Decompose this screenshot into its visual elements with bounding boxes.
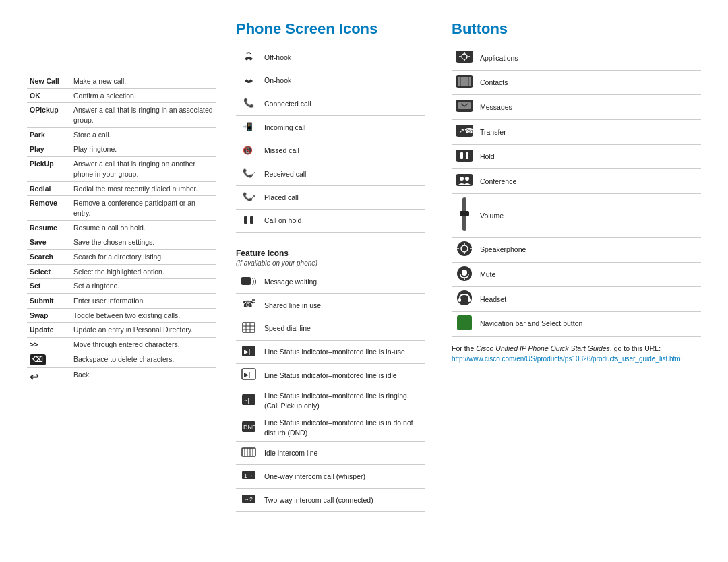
svg-text:☎: ☎ <box>242 299 253 309</box>
table-row: Conference <box>452 169 701 194</box>
icon-cell: 📞 <box>236 92 262 116</box>
message-waiting-icon: )) <box>241 274 257 288</box>
table-row: 1→ One-way intercom call (whisper) <box>236 465 425 489</box>
shared-line-icon: ☎ <box>241 297 256 311</box>
incoming-call-icon: 📲 <box>241 119 256 133</box>
softkey-key: Select <box>27 264 71 279</box>
call-on-hold-label: Call on hold <box>262 209 425 232</box>
table-row: Hold <box>452 144 701 169</box>
table-row: ParkStore a call. <box>27 127 216 142</box>
table-row: SaveSave the chosen settings. <box>27 235 216 250</box>
svg-text:↗: ↗ <box>250 193 255 201</box>
idle-intercom-label: Idle intercom line <box>262 441 425 465</box>
url-link[interactable]: http://www.cisco.com/en/US/products/ps10… <box>452 355 682 363</box>
softkey-desc: Backspace to delete characters. <box>71 352 216 367</box>
softkey-key: Update <box>27 323 71 338</box>
icon-cell: ↗☎ <box>452 120 477 145</box>
svg-rect-9 <box>241 277 251 285</box>
feature-icons-subtitle: (If available on your phone) <box>236 259 425 267</box>
icon-cell: ▶| <box>236 340 262 364</box>
table-row: Call on hold <box>236 209 425 232</box>
softkey-desc: Search for a directory listing. <box>71 249 216 264</box>
table-row: ⌫Backspace to delete characters. <box>27 352 216 367</box>
svg-rect-51 <box>460 152 463 159</box>
icon-cell: ☎ <box>236 294 262 317</box>
softkey-key: OK <box>27 88 71 103</box>
buttons-note: For the Cisco Unified IP Phone Quick Sta… <box>452 344 701 365</box>
hold-label: Hold <box>477 144 701 169</box>
table-row: Applications <box>452 46 701 70</box>
table-row: Headset <box>452 287 701 312</box>
softkey-key: Submit <box>27 294 71 309</box>
volume-label: Volume <box>477 194 701 238</box>
buttons-title: Buttons <box>452 20 701 38</box>
headset-icon <box>455 290 474 305</box>
softkey-desc: Move through entered characters. <box>71 338 216 352</box>
messages-label: Messages <box>477 95 701 120</box>
table-row: ↩Back. <box>27 367 216 387</box>
line-status-dnd-label: Line Status indicator–monitored line is … <box>262 414 425 441</box>
svg-text:📵: 📵 <box>243 145 253 155</box>
table-row: 📵 Missed call <box>236 139 425 162</box>
note-intro: For the <box>452 344 476 352</box>
table-row: PlayPlay ringtone. <box>27 142 216 157</box>
svg-text:↔2: ↔2 <box>243 496 253 503</box>
applications-icon <box>455 49 474 64</box>
incoming-call-label: Incoming call <box>262 116 425 139</box>
svg-rect-57 <box>460 211 469 216</box>
svg-text:1→: 1→ <box>244 472 253 479</box>
softkey-desc: Back. <box>71 367 216 387</box>
page-layout: New CallMake a new call.OKConfirm a sele… <box>27 20 701 512</box>
svg-point-54 <box>460 177 464 181</box>
softkey-key: Park <box>27 127 71 142</box>
received-call-icon: 📞 ↙ <box>241 166 256 179</box>
connected-call-icon: 📞 <box>242 96 255 109</box>
off-hook-label: Off-hook <box>262 46 425 69</box>
mute-icon <box>455 266 474 281</box>
line-status-idle-icon: ▶| <box>241 367 256 381</box>
softkey-desc: Redial the most recently dialed number. <box>71 181 216 196</box>
softkey-desc: Remove a conference participant or an en… <box>71 196 216 220</box>
icon-cell <box>452 287 477 312</box>
table-row: 📞 Connected call <box>236 92 425 116</box>
messages-icon <box>455 98 474 113</box>
svg-text:📲: 📲 <box>243 121 253 131</box>
icon-cell <box>452 262 477 287</box>
svg-rect-43 <box>458 77 471 86</box>
svg-rect-14 <box>243 323 255 332</box>
svg-text:↗☎: ↗☎ <box>458 127 474 135</box>
table-row: New CallMake a new call. <box>27 74 216 88</box>
icon-cell <box>452 70 477 95</box>
icon-cell <box>236 209 262 232</box>
one-way-intercom-icon: 1→ <box>241 468 256 482</box>
svg-text:)): )) <box>252 278 257 285</box>
missed-call-label: Missed call <box>262 139 425 162</box>
note-italic: Cisco Unified IP Phone Quick Start Guide… <box>476 344 610 352</box>
phone-screen-icons-table: Off-hook On-hook 📞 <box>236 46 425 233</box>
table-row: SwapToggle between two existing calls. <box>27 308 216 323</box>
on-hook-icon <box>242 73 255 86</box>
table-row: Contacts <box>452 70 701 95</box>
idle-intercom-icon <box>241 445 256 459</box>
shared-line-label: Shared line in use <box>262 294 425 317</box>
icon-cell: ↔2 <box>236 489 262 512</box>
placed-call-label: Placed call <box>262 186 425 210</box>
icon-cell: DND <box>236 414 262 441</box>
softkey-key: OPickup <box>27 103 71 127</box>
table-row: OKConfirm a selection. <box>27 88 216 103</box>
icon-cell <box>236 317 262 340</box>
speed-dial-icon <box>241 321 256 334</box>
phone-icons-column: Phone Screen Icons Off-hook <box>216 20 438 512</box>
softkey-key: PickUp <box>27 157 71 181</box>
softkey-key: Resume <box>27 220 71 235</box>
softkey-desc: Confirm a selection. <box>71 88 216 103</box>
placed-call-icon: 📞 ↗ <box>241 189 256 203</box>
back-arrow-icon: ↩ <box>30 371 38 383</box>
svg-rect-65 <box>462 270 467 276</box>
received-call-label: Received call <box>262 162 425 186</box>
icon-cell: 📵 <box>236 139 262 162</box>
softkey-key: New Call <box>27 74 71 88</box>
table-row: ~| Line Status indicator–monitored line … <box>236 387 425 414</box>
softkey-desc: Enter user information. <box>71 294 216 309</box>
table-row: RemoveRemove a conference participant or… <box>27 196 216 220</box>
